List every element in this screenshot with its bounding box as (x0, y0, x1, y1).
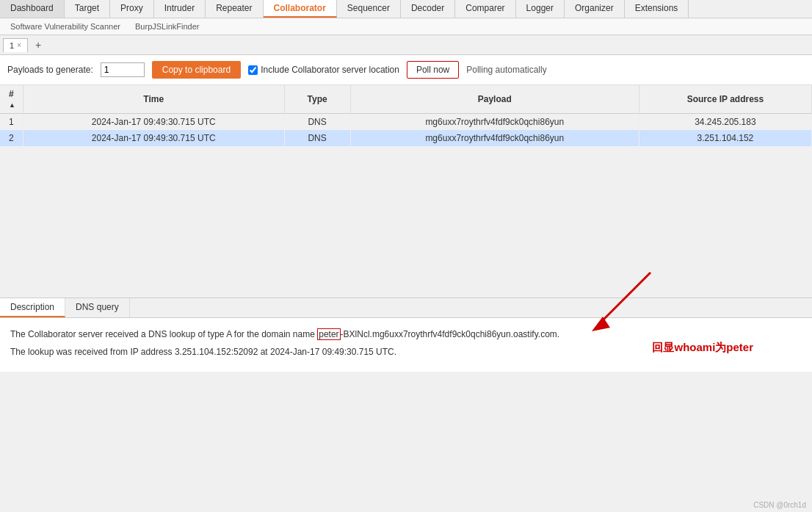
tab-1-label: 1 (10, 41, 14, 50)
nav-intruder[interactable]: Intruder (154, 0, 206, 18)
bottom-panel: Description DNS query The Collaborator s… (0, 298, 812, 512)
nav-logger[interactable]: Logger (516, 0, 565, 18)
sort-arrow-num: ▲ (9, 101, 15, 109)
table-row[interactable]: 1 2024-Jan-17 09:49:30.715 UTC DNS mg6ux… (0, 114, 812, 131)
tab-1-close[interactable]: × (17, 41, 21, 49)
payloads-label: Payloads to generate: (7, 65, 93, 75)
nav-decoder[interactable]: Decoder (401, 0, 455, 18)
cell-num: 1 (0, 114, 23, 131)
nav-target[interactable]: Target (65, 0, 110, 18)
cell-type: DNS (284, 130, 350, 146)
table-row[interactable]: 2 2024-Jan-17 09:49:30.715 UTC DNS mg6ux… (0, 130, 812, 146)
cell-payload: mg6uxx7roythrfv4fdf9ck0qchi86yun (350, 114, 639, 131)
description-after: -BXlNcl.mg6uxx7roythrfv4fdf9ck0qchi86yun… (341, 329, 560, 339)
cell-time: 2024-Jan-17 09:49:30.715 UTC (23, 130, 284, 146)
interactions-table: # ▲ Time Type Payload Source IP address … (0, 85, 812, 146)
watermark: CSDN @0rch1d (753, 501, 806, 509)
add-tab-button[interactable]: + (29, 37, 47, 53)
tab-1[interactable]: 1 × (3, 38, 28, 52)
nav-comparer[interactable]: Comparer (455, 0, 515, 18)
toolbar: Payloads to generate: Copy to clipboard … (0, 55, 812, 85)
cell-source-ip: 3.251.104.152 (639, 130, 811, 146)
cell-num: 2 (0, 130, 23, 146)
data-table-section: # ▲ Time Type Payload Source IP address … (0, 85, 812, 298)
tabs-row: 1 × + (0, 35, 812, 55)
bottom-tabs: Description DNS query (0, 298, 812, 318)
nav-sequencer[interactable]: Sequencer (337, 0, 401, 18)
col-header-time[interactable]: Time (23, 85, 284, 114)
nav-dashboard[interactable]: Dashboard (0, 0, 65, 18)
cell-source-ip: 34.245.205.183 (639, 114, 811, 131)
top-navigation: Dashboard Target Proxy Intruder Repeater… (0, 0, 812, 18)
include-location-checkbox[interactable] (248, 65, 258, 75)
col-header-source-ip[interactable]: Source IP address (639, 85, 811, 114)
bottom-content: The Collaborator server received a DNS l… (0, 318, 812, 372)
description-highlight: peter (317, 328, 340, 340)
cell-type: DNS (284, 114, 350, 131)
description-before: The Collaborator server received a DNS l… (10, 329, 317, 339)
nav-extensions[interactable]: Extensions (625, 0, 689, 18)
cell-payload: mg6uxx7roythrfv4fdf9ck0qchi86yun (350, 130, 639, 146)
tab-description[interactable]: Description (0, 298, 65, 317)
nav-organizer[interactable]: Organizer (565, 0, 625, 18)
nav-repeater[interactable]: Repeater (206, 0, 263, 18)
poll-now-button[interactable]: Poll now (407, 61, 459, 79)
include-location-label[interactable]: Include Collaborator server location (248, 65, 399, 75)
cell-time: 2024-Jan-17 09:49:30.715 UTC (23, 114, 284, 131)
payloads-input[interactable] (101, 62, 145, 77)
subnav-jslinkfinder[interactable]: BurpJSLinkFinder (128, 20, 206, 33)
subnav-vulnerability-scanner[interactable]: Software Vulnerability Scanner (3, 20, 128, 33)
whoami-annotation: 回显whoami为peter (652, 338, 753, 357)
nav-collaborator[interactable]: Collaborator (264, 0, 337, 18)
copy-to-clipboard-button[interactable]: Copy to clipboard (152, 61, 241, 79)
arrow-annotation (577, 265, 665, 339)
include-location-text: Include Collaborator server location (261, 65, 399, 75)
col-header-num[interactable]: # ▲ (0, 85, 23, 114)
nav-proxy[interactable]: Proxy (110, 0, 154, 18)
tab-dns-query[interactable]: DNS query (65, 298, 130, 317)
polling-status: Polling automatically (466, 65, 546, 75)
sub-navigation: Software Vulnerability Scanner BurpJSLin… (0, 18, 812, 35)
col-header-type[interactable]: Type (284, 85, 350, 114)
col-header-payload[interactable]: Payload (350, 85, 639, 114)
table-header-row: # ▲ Time Type Payload Source IP address (0, 85, 812, 114)
svg-line-0 (599, 273, 650, 324)
svg-marker-1 (592, 317, 610, 331)
